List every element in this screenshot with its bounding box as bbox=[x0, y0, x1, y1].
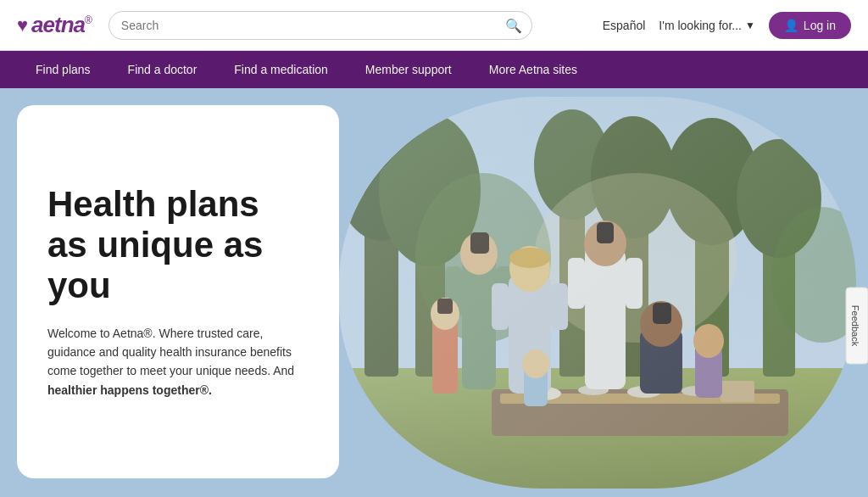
logo-reg: ® bbox=[85, 14, 92, 26]
hero-desc-start: Welcome to Aetna®. Where trusted care, g… bbox=[47, 327, 294, 378]
nav-item-find-plans[interactable]: Find plans bbox=[17, 51, 109, 88]
site-header: ♥ aetna® 🔍 Español I'm looking for... ▼ … bbox=[0, 0, 868, 51]
user-icon: 👤 bbox=[784, 19, 798, 32]
hero-description: Welcome to Aetna®. Where trusted care, g… bbox=[47, 324, 309, 400]
espanol-link[interactable]: Español bbox=[603, 19, 646, 32]
hero-desc-bold: healthier happens together®. bbox=[47, 383, 212, 397]
main-nav: Find plans Find a doctor Find a medicati… bbox=[0, 51, 868, 88]
svg-rect-51 bbox=[339, 88, 868, 497]
hero-section: Feedback Health plans as unique as you W… bbox=[0, 88, 868, 497]
login-label: Log in bbox=[804, 19, 836, 32]
logo-link[interactable]: ♥ aetna® bbox=[17, 12, 92, 38]
svg-text:Feedback: Feedback bbox=[850, 305, 860, 347]
chevron-down-icon: ▼ bbox=[745, 20, 755, 31]
login-button[interactable]: 👤 Log in bbox=[769, 12, 851, 39]
hero-title: Health plans as unique as you bbox=[47, 184, 309, 307]
search-container: 🔍 bbox=[108, 11, 532, 40]
logo-text: aetna® bbox=[31, 12, 92, 38]
search-icon[interactable]: 🔍 bbox=[505, 17, 522, 33]
logo-heart-icon: ♥ bbox=[17, 14, 28, 36]
looking-for-label: I'm looking for... bbox=[659, 19, 742, 32]
looking-for-dropdown[interactable]: I'm looking for... ▼ bbox=[659, 19, 755, 32]
nav-item-find-medication[interactable]: Find a medication bbox=[215, 51, 347, 88]
nav-item-find-doctor[interactable]: Find a doctor bbox=[109, 51, 216, 88]
nav-item-member-support[interactable]: Member support bbox=[347, 51, 470, 88]
hero-card: Health plans as unique as you Welcome to… bbox=[17, 105, 339, 478]
nav-item-more-aetna-sites[interactable]: More Aetna sites bbox=[470, 51, 596, 88]
search-input[interactable] bbox=[108, 11, 532, 40]
header-right: Español I'm looking for... ▼ 👤 Log in bbox=[603, 12, 851, 39]
